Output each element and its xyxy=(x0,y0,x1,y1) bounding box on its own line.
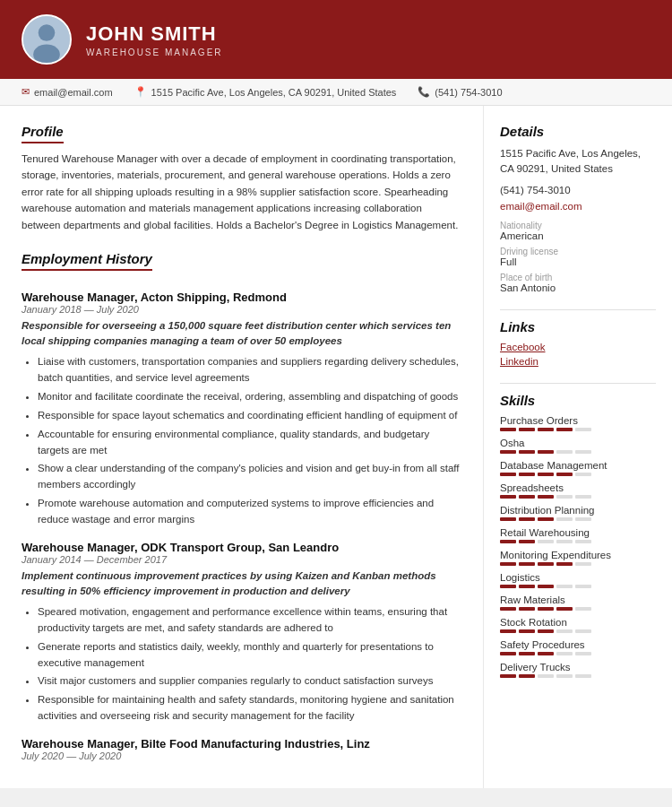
skill-dot-filled xyxy=(500,540,516,543)
job-bullets-2: Speared motivation, engagement and perfo… xyxy=(22,604,461,725)
linkedin-link[interactable]: Linkedin xyxy=(500,356,656,367)
bullet: Liaise with customers, transportation co… xyxy=(38,354,461,386)
skill-dot-filled xyxy=(538,585,554,588)
job-entry-3: Warehouse Manager, Bilte Food Manufactur… xyxy=(22,737,461,761)
links-title: Links xyxy=(500,319,656,334)
job-entry-1: Warehouse Manager, Acton Shipping, Redmo… xyxy=(22,291,461,528)
job-title-3: Warehouse Manager, Bilte Food Manufactur… xyxy=(22,737,461,751)
skill-dot-filled xyxy=(538,607,554,611)
skill-name: Spreadsheets xyxy=(500,482,656,493)
phone-text: (541) 754-3010 xyxy=(435,87,502,98)
bullet: Responsible for space layout schematics … xyxy=(38,408,461,424)
email-text: email@email.com xyxy=(34,87,113,98)
skill-item: Database Management xyxy=(500,460,656,476)
skill-dot-empty xyxy=(575,428,591,431)
nationality-value: American xyxy=(500,230,656,241)
skill-name: Distribution Planning xyxy=(500,505,656,516)
skill-item: Logistics xyxy=(500,572,656,588)
skill-dot-filled xyxy=(538,428,554,431)
bullet: Responsible for maintaining health and s… xyxy=(38,692,461,725)
facebook-link[interactable]: Facebook xyxy=(500,342,656,352)
right-column: Details 1515 Pacific Ave, Los Angeles, C… xyxy=(484,106,672,788)
skill-name: Osha xyxy=(500,438,656,448)
skill-dot-filled xyxy=(500,629,516,633)
skill-dot-filled xyxy=(556,428,573,431)
skill-dot-filled xyxy=(519,607,535,611)
header: JOHN SMITH WAREHOUSE MANAGER xyxy=(0,0,672,79)
contact-address: 📍 1515 Pacific Ave, Los Angeles, CA 9029… xyxy=(134,86,397,98)
employment-title: Employment History xyxy=(22,251,152,271)
skill-dot-empty xyxy=(575,450,591,454)
skill-dot-filled xyxy=(519,450,535,454)
skill-dot-filled xyxy=(519,495,535,499)
skill-dot-filled xyxy=(556,473,573,476)
skill-dot-empty xyxy=(575,585,591,588)
skill-dot-empty xyxy=(556,450,573,454)
skill-item: Retail Warehousing xyxy=(500,527,656,543)
skill-name: Raw Materials xyxy=(500,594,656,605)
details-title: Details xyxy=(500,124,656,139)
skill-name: Stock Rotation xyxy=(500,617,656,628)
contact-phone: 📞 (541) 754-3010 xyxy=(418,86,502,98)
skill-item: Stock Rotation xyxy=(500,617,656,633)
skill-dot-filled xyxy=(500,428,516,431)
skill-item: Raw Materials xyxy=(500,594,656,611)
left-column: Profile Tenured Warehouse Manager with o… xyxy=(0,106,484,788)
skill-bar xyxy=(500,674,656,678)
avatar xyxy=(22,14,72,65)
skill-dot-filled xyxy=(519,540,535,543)
skill-dot-empty xyxy=(575,540,591,543)
skill-dot-empty xyxy=(556,540,573,543)
profile-title: Profile xyxy=(22,124,64,143)
header-text: JOHN SMITH WAREHOUSE MANAGER xyxy=(86,22,223,57)
skill-dot-filled xyxy=(500,585,516,588)
skill-dot-empty xyxy=(556,674,573,678)
nationality-label: Nationality xyxy=(500,221,656,230)
skill-item: Monitoring Expenditures xyxy=(500,550,656,566)
skill-bar xyxy=(500,428,656,431)
divider xyxy=(500,309,656,310)
skill-bar xyxy=(500,450,656,454)
skill-dot-filled xyxy=(500,562,516,566)
skill-dot-filled xyxy=(500,652,516,655)
details-section: Details 1515 Pacific Ave, Los Angeles, C… xyxy=(500,124,656,293)
skill-dot-filled xyxy=(500,495,516,499)
contact-email: ✉ email@email.com xyxy=(22,86,113,98)
skill-name: Database Management xyxy=(500,460,656,471)
skill-dot-empty xyxy=(556,517,573,521)
contact-bar: ✉ email@email.com 📍 1515 Pacific Ave, Lo… xyxy=(0,79,672,106)
skill-bar xyxy=(500,473,656,476)
job-entry-2: Warehouse Manager, ODK Transport Group, … xyxy=(22,541,461,725)
skill-bar xyxy=(500,562,656,566)
skill-item: Purchase Orders xyxy=(500,415,656,431)
skill-dot-filled xyxy=(519,629,535,633)
svg-point-1 xyxy=(39,24,56,41)
skill-dot-filled xyxy=(519,674,535,678)
detail-phone: (541) 754-3010 xyxy=(500,185,656,195)
links-section: Links Facebook Linkedin xyxy=(500,319,656,367)
skill-dot-filled xyxy=(500,450,516,454)
divider-2 xyxy=(500,383,656,384)
job-summary-2: Implement continuous improvement practic… xyxy=(22,568,461,600)
job-date-2: January 2014 — December 2017 xyxy=(22,554,461,565)
skill-name: Monitoring Expenditures xyxy=(500,550,656,560)
skill-item: Safety Procedures xyxy=(500,639,656,655)
skill-item: Distribution Planning xyxy=(500,505,656,521)
resume-container: JOHN SMITH WAREHOUSE MANAGER ✉ email@ema… xyxy=(0,0,672,788)
main-layout: Profile Tenured Warehouse Manager with o… xyxy=(0,106,672,788)
skills-title: Skills xyxy=(500,393,656,408)
skill-dot-filled xyxy=(500,674,516,678)
skill-dot-filled xyxy=(519,428,535,431)
driving-label: Driving license xyxy=(500,247,656,256)
job-date-3: July 2020 — July 2020 xyxy=(22,751,461,761)
skills-section: Skills Purchase OrdersOshaDatabase Manag… xyxy=(500,393,656,678)
skill-dot-empty xyxy=(575,652,591,655)
job-title-2: Warehouse Manager, ODK Transport Group, … xyxy=(22,541,461,554)
skill-name: Delivery Trucks xyxy=(500,662,656,672)
birth-value: San Antonio xyxy=(500,282,656,293)
detail-email[interactable]: email@email.com xyxy=(500,201,656,212)
skill-name: Safety Procedures xyxy=(500,639,656,650)
skill-dot-empty xyxy=(575,629,591,633)
skill-bar xyxy=(500,629,656,633)
skill-dot-empty xyxy=(575,674,591,678)
